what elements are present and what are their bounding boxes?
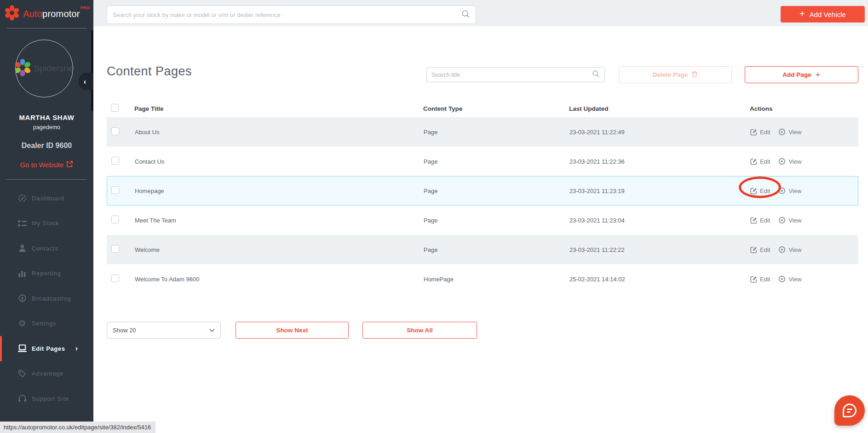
sidebar-item-contacts[interactable]: Contacts (0, 236, 93, 261)
sidebar: AutopromotorPRO Spidersnet ‹ MARTHA SHAW… (0, 0, 93, 433)
sidebar-item-advantage[interactable]: Advantage (0, 361, 93, 387)
edit-action[interactable]: Edit (750, 276, 770, 283)
view-label: View (788, 158, 801, 165)
table-row[interactable]: About Us Page 23-03-2021 11:22:49 Edit V… (107, 117, 858, 147)
add-vehicle-button[interactable]: + Add Vehicle (781, 6, 865, 23)
column-header-last-updated: Last Updated (569, 105, 750, 112)
table-row[interactable]: Welcome Page 23-03-2021 11:22:22 Edit Vi… (107, 235, 858, 264)
chat-widget-button[interactable] (834, 395, 865, 426)
trash-icon (691, 71, 698, 79)
edit-action[interactable]: Edit (750, 158, 770, 165)
page-title-cell: Contact Us (135, 158, 424, 165)
topbar: + Add Vehicle (93, 0, 868, 26)
view-action[interactable]: View (778, 128, 801, 136)
sidebar-item-settings[interactable]: ⚙ Settings (0, 311, 93, 336)
sidebar-item-label: Settings (32, 320, 56, 327)
sidebar-nav: Dashboard My Stock Contacts Reporting (0, 186, 93, 411)
sidebar-item-support-site[interactable]: Support Site (0, 386, 93, 411)
laptop-icon (17, 344, 28, 353)
chevron-right-icon: › (75, 344, 78, 353)
view-action[interactable]: View (778, 187, 801, 194)
statusbar-link-preview: https://autopromotor.co.uk/editpage/site… (0, 422, 155, 433)
dashboard-icon (17, 194, 28, 203)
add-page-button[interactable]: Add Page + (745, 66, 858, 83)
edit-action[interactable]: Edit (750, 129, 770, 136)
user-name: MARTHA SHAW (0, 114, 93, 121)
content-type-cell: Page (424, 158, 569, 165)
last-updated-cell: 23-03-2021 11:22:22 (569, 246, 750, 253)
edit-label: Edit (760, 129, 770, 136)
sidebar-scrollbar[interactable] (91, 30, 93, 111)
stock-search-input[interactable] (113, 11, 461, 18)
stock-search-box (107, 6, 476, 24)
sidebar-item-label: My Stock (32, 220, 59, 227)
row-checkbox[interactable] (111, 216, 119, 223)
content-pages-table: Page Title Content Type Last Updated Act… (107, 100, 858, 294)
select-all-checkbox[interactable] (111, 104, 119, 112)
show-all-button[interactable]: Show All (362, 322, 477, 339)
sidebar-item-edit-pages[interactable]: Edit Pages › (0, 336, 93, 361)
sidebar-collapse-button[interactable]: ‹ (78, 73, 93, 90)
column-header-content-type: Content Type (423, 105, 569, 112)
brand-logo[interactable]: AutopromotorPRO (0, 5, 93, 23)
search-icon[interactable] (461, 10, 470, 20)
gear-icon: ⚙ (17, 319, 28, 328)
row-checkbox[interactable] (111, 186, 119, 194)
brand-flower-icon (4, 5, 20, 23)
table-row[interactable]: Welcome To Adam 9600 HomePage 25-02-2021… (107, 264, 858, 294)
sidebar-item-dashboard[interactable]: Dashboard (0, 186, 93, 211)
last-updated-cell: 23-03-2021 11:23:04 (569, 217, 750, 224)
search-icon[interactable] (592, 70, 600, 80)
dealer-id: Dealer ID 9600 (0, 142, 93, 150)
sidebar-item-label: Advantage (32, 370, 63, 377)
title-search-input[interactable] (431, 72, 592, 78)
page-title-cell: Homepage (135, 188, 424, 194)
sidebar-item-broadcasting[interactable]: Broadcasting (0, 286, 93, 311)
view-action[interactable]: View (778, 158, 801, 165)
column-header-page-title: Page Title (134, 105, 423, 112)
sidebar-divider (6, 179, 87, 180)
row-checkbox[interactable] (111, 245, 119, 253)
page-title-cell: Welcome To Adam 9600 (135, 276, 424, 283)
bar-chart-icon (17, 269, 28, 278)
sidebar-item-label: Support Site (32, 395, 69, 402)
view-action[interactable]: View (778, 246, 801, 253)
view-action[interactable]: View (778, 216, 801, 224)
sidebar-item-my-stock[interactable]: My Stock (0, 211, 93, 236)
show-count-value: Show 20 (113, 327, 136, 334)
show-count-select[interactable]: Show 20 (107, 322, 221, 339)
last-updated-cell: 23-03-2021 11:22:49 (569, 129, 750, 136)
edit-label: Edit (760, 276, 770, 283)
row-checkbox[interactable] (111, 274, 119, 282)
edit-action[interactable]: Edit (750, 246, 770, 253)
dealer-avatar: Spidersnet (15, 40, 73, 97)
table-row[interactable]: Contact Us Page 23-03-2021 11:22:36 Edit… (107, 147, 858, 176)
view-label: View (788, 276, 801, 283)
content-type-cell: HomePage (424, 276, 569, 283)
sidebar-item-reporting[interactable]: Reporting (0, 261, 93, 286)
user-subtitle: pagedemo (0, 124, 93, 131)
row-checkbox[interactable] (111, 157, 119, 165)
row-checkbox[interactable] (111, 127, 119, 135)
edit-action[interactable]: Edit (750, 217, 770, 224)
sidebar-divider (6, 28, 87, 28)
content-type-cell: Page (424, 217, 569, 224)
broadcast-icon (17, 294, 28, 303)
sidebar-item-label: Contacts (32, 245, 58, 252)
view-action[interactable]: View (778, 275, 801, 283)
app-window: AutopromotorPRO Spidersnet ‹ MARTHA SHAW… (0, 0, 868, 433)
edit-label: Edit (760, 158, 770, 165)
last-updated-cell: 23-03-2021 11:23:19 (569, 188, 750, 194)
go-to-website-link[interactable]: Go to Website (0, 160, 93, 169)
last-updated-cell: 25-02-2021 14:14:02 (569, 276, 750, 283)
content-type-cell: Page (424, 188, 569, 194)
table-row[interactable]: Meet The Team Page 23-03-2021 11:23:04 E… (107, 205, 858, 235)
chevron-left-icon: ‹ (84, 78, 86, 85)
edit-action[interactable]: Edit (750, 188, 770, 194)
edit-label: Edit (760, 246, 770, 253)
delete-page-button[interactable]: Delete Page (619, 66, 732, 83)
show-next-button[interactable]: Show Next (236, 322, 349, 339)
chevron-down-icon (209, 327, 215, 334)
table-header-row: Page Title Content Type Last Updated Act… (107, 100, 858, 117)
table-row-highlighted[interactable]: Homepage Page 23-03-2021 11:23:19 Edit V… (107, 176, 858, 205)
